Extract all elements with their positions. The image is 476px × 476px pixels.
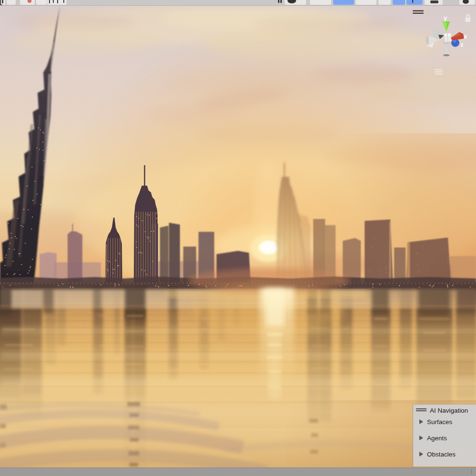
svg-text:y: y — [444, 14, 447, 21]
svg-text:z: z — [460, 41, 464, 48]
svg-text:x: x — [464, 33, 467, 40]
